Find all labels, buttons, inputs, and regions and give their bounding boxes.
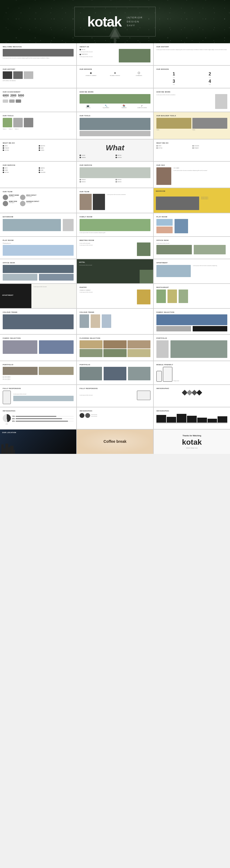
- slide-infographic-3-title: Infographic: [80, 410, 150, 412]
- slide-infographic-3: Infographic Lorem ipsum Lorem ipsum: [77, 407, 153, 429]
- slide-our-tools-1: Our tools TOOL 1 TOOL 2 TOOL 3: [0, 112, 76, 139]
- stat-projects: 2000: [10, 94, 16, 97]
- slide-responsive-2: Fully responsive Lorem ipsum dolor sit a…: [77, 385, 153, 407]
- thanks-tagline: interior design savy: [156, 447, 227, 449]
- slide-infographic-2-title: Infographic: [3, 410, 74, 412]
- slide-playroom-1-title: Play room: [156, 216, 227, 218]
- slide-office-desk-1: Office desk Lorem ipsum dolor sit amet: [154, 237, 230, 259]
- slide-wwdo-3-title: What we do: [156, 142, 227, 144]
- ceo-desc: Lorem ipsum dolor sit amet consectetur a…: [173, 170, 227, 172]
- slide-colour-trend-1: Colour trend: [0, 309, 76, 334]
- slide-tools-2-title: Our tools: [80, 115, 150, 117]
- mission-reliable: RELIABLE SERVICE: [104, 75, 127, 76]
- slide-play-room-1: Play room: [154, 213, 230, 236]
- slide-fabric-2-title: Fabric selection: [3, 337, 74, 339]
- slide-apartment-2-title: Apartment: [2, 294, 13, 296]
- hero-tagline: interior design savy: [127, 16, 143, 27]
- slide-colour-1-title: Colour trend: [3, 311, 74, 313]
- slide-bedroom-title: Bedroom: [156, 190, 228, 192]
- stat-awards: 5000: [18, 94, 24, 97]
- slide-portfolio-2: Portfolio 01 Lorem ipsum02 Lorem ipsum03…: [0, 361, 76, 384]
- slide-portfolio-1-title: Portfolio: [156, 337, 227, 339]
- slide-portfolio-3-title: Portfolio: [80, 364, 150, 366]
- slide-our-service-2: Our service SERVICE SERVICE SERVICE SERV…: [77, 162, 153, 188]
- slide-bathroom: Bathroom: [0, 213, 76, 236]
- mission-num-4: 4: [192, 79, 227, 84]
- mission-num-1: 1: [156, 72, 191, 76]
- slide-apartment-1-title: Apartment: [156, 262, 227, 264]
- slide-flooring-title: Flooring selection: [80, 337, 150, 339]
- slide-mission-2-title: Our mission: [156, 68, 227, 70]
- slide-responsive-1-title: Fully responsive: [3, 388, 74, 389]
- slide-service-2-title: Our service: [80, 164, 150, 166]
- slide-history-2-title: Our history: [3, 68, 74, 70]
- slide-wwdo-1-title: What we do: [3, 142, 74, 144]
- howwework-camera: CAMERA: [80, 107, 96, 109]
- slide-what-we-do-2: What CODING WRITING SHARING HOSTING: [77, 140, 153, 161]
- slide-pantry-title: Pantry: [80, 286, 150, 288]
- thanks-kotak-logo: kotak: [182, 438, 202, 446]
- slide-about: About us WHY US Lorem ipsum dolor sit am…: [77, 43, 153, 65]
- slide-how-we-work-1: How We Work 📷 CAMERA 🔧 EQUIPMENT 📚 TRAIN…: [77, 88, 153, 112]
- slide-responsive-2-title: Fully responsive: [80, 388, 150, 389]
- slide-service-1-title: Our service: [3, 164, 74, 166]
- slide-office-1-title: Office desk: [156, 240, 227, 241]
- slide-what-we-do-3: What we do WRITE SCISSORS SETTING SPEAKE…: [154, 140, 230, 161]
- slide-office-2-title: Office desk: [3, 262, 74, 264]
- slide-apartment-2: Apartment Lorem ipsum dolor sit amet: [0, 284, 76, 308]
- slide-bedroom: Bedroom BEDROOM 01 BEDROOM 02: [154, 188, 230, 213]
- slide-our-location: Our location: [0, 430, 76, 454]
- mission-expanding: EXPANDING: [127, 75, 150, 76]
- slide-meeting-room: Meeting room Lorem and meet great Lorem …: [77, 237, 153, 259]
- slide-infographic-4: Infographic: [154, 407, 230, 429]
- slide-our-history-1: Our history Lorem ipsum dolor sit amet c…: [154, 43, 230, 65]
- slide-mobile-title: Mobile friendly: [156, 364, 227, 366]
- howwework-complete: COMPLETE WORK: [134, 107, 151, 109]
- howwework-training: TRAINING: [116, 107, 133, 109]
- slide-team-1-title: Our team: [3, 191, 74, 192]
- tool1-label: TOOL 1: [3, 128, 6, 130]
- slide-apartment-1: Apartment Lorem ipsum dolor sit amet con…: [154, 259, 230, 283]
- slide-play-room-2: Play room Playing playroom: [0, 237, 76, 259]
- mission-num-2: 2: [192, 72, 227, 76]
- slide-fabric-1-title: Fabric selection: [156, 311, 227, 313]
- tool2-label: TOOL 2: [9, 128, 12, 130]
- percent1: 70%: [12, 415, 15, 417]
- slide-meeting-title: Meeting room: [80, 240, 150, 241]
- slide-mission-1-title: Our mission: [80, 68, 150, 70]
- percent2: 80%: [12, 418, 15, 420]
- slide-howwework-2-title: How We Work: [156, 91, 227, 93]
- howwework-equipment: EQUIPMENT: [98, 107, 115, 109]
- slide-family-title: Family room: [80, 216, 150, 218]
- slide-colour-2-title: Colour trend: [80, 311, 150, 313]
- slide-tools-1-title: Our tools: [3, 115, 74, 117]
- mission-num-3: 3: [156, 79, 191, 84]
- slide-bathroom-title: Bathroom: [3, 216, 74, 218]
- slide-ceo-title: Our CEO: [156, 164, 227, 166]
- slide-our-ceo: Our CEO CEO NAME Lorem ipsum dolor sit a…: [154, 162, 230, 188]
- slide-team-2-title: Our team: [80, 191, 150, 192]
- slide-infographic-1-title: Infographic: [156, 388, 227, 389]
- slide-family-room: Family room Lorem ipsum dolor sit amet c…: [77, 213, 153, 236]
- about-what-text: Lorem ipsum dolor sit amet: [80, 56, 118, 58]
- history-2-text: EXPLORING THE WORLD: [3, 80, 74, 82]
- brand-logo: kotak: [87, 13, 121, 30]
- slide-our-service-1: Our service WRITE CAMERA SHARE HOME SETT…: [0, 162, 76, 188]
- slide-our-mission-2: Our mission 1 item 2 item 3 item 4 item: [154, 66, 230, 88]
- tool3-label: TOOL 3: [15, 128, 19, 130]
- slide-hotel-title: Hotel: [79, 261, 151, 263]
- tagline-line2: design: [127, 20, 143, 24]
- history-text: Lorem ipsum dolor sit amet consectetur a…: [156, 49, 227, 51]
- about-why-label: WHY US: [82, 49, 85, 50]
- stat-clients: 6000: [3, 94, 9, 97]
- hero-slide: kotak interior design savy: [0, 0, 230, 43]
- slide-about-title: About us: [80, 46, 150, 48]
- slide-responsive-1: Fully responsive Lorem ipsum dolor sit a…: [0, 385, 76, 407]
- slide-welcome-title: Welcome message: [3, 46, 74, 48]
- slide-builder-title: Our builder tools: [156, 115, 227, 117]
- slide-portfolio-2-title: Portfolio: [3, 364, 74, 366]
- slide-builder-tools: Our builder tools TOOL TOOL: [154, 112, 230, 139]
- svg-rect-2: [114, 39, 116, 43]
- slide-location-title: Our location: [2, 432, 16, 433]
- slide-infographic-2: Infographic 47% 70% 80% 90%: [0, 407, 76, 429]
